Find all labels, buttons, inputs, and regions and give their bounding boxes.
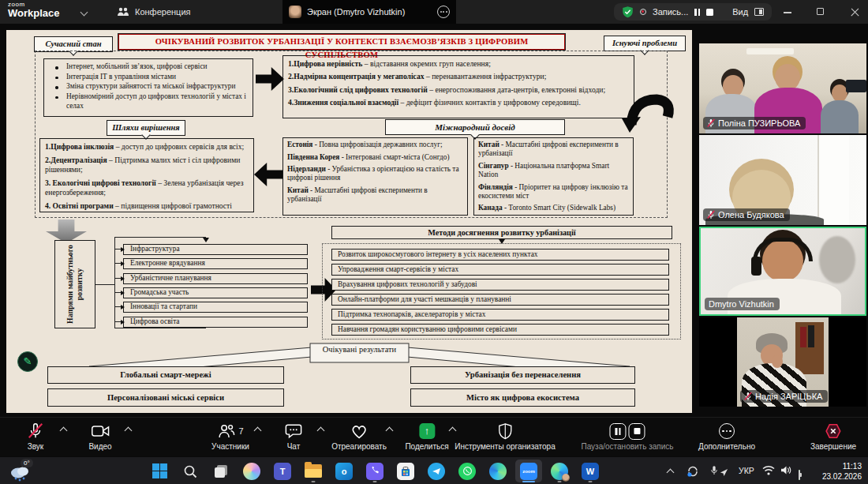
window-titlebar: zoom Workplace Конференция Экран (Dmytro…: [0, 0, 868, 24]
wifi-icon[interactable]: [762, 465, 775, 477]
stop-recording-button[interactable]: [706, 9, 713, 16]
chat-button[interactable]: Чат: [285, 422, 302, 451]
weather-widget[interactable]: 0°: [8, 460, 44, 482]
video-button[interactable]: Видео: [88, 422, 111, 451]
edge-profile-button[interactable]: [546, 460, 573, 482]
ellipsis-icon: [719, 423, 735, 439]
share-icon: ↑: [419, 423, 435, 439]
direction-item: Урбаністичне планування: [123, 273, 308, 284]
window-frame: [817, 135, 849, 225]
zoom-app-button-active[interactable]: zoom: [515, 460, 542, 482]
more-button[interactable]: Дополнительно: [698, 422, 755, 451]
search-button[interactable]: [177, 460, 204, 482]
method-item: Онлайн-платформи для участі мешканців у …: [331, 294, 669, 306]
edge-button[interactable]: [485, 460, 511, 482]
method-item: Навчання громадян користуванню цифровими…: [331, 324, 669, 336]
start-button[interactable]: [146, 460, 173, 482]
participants-options-chevron[interactable]: [254, 427, 262, 435]
video-label: Видео: [88, 442, 111, 451]
mic-in-use-icon[interactable]: [710, 465, 718, 478]
tray-overflow-chevron[interactable]: [667, 469, 675, 477]
react-button[interactable]: Отреагировать: [331, 422, 387, 451]
chevron-down-icon[interactable]: [80, 9, 88, 17]
stop-recording-icon[interactable]: [629, 423, 645, 440]
react-options-chevron[interactable]: [386, 427, 394, 435]
telegram-button[interactable]: [423, 460, 450, 482]
security-shield-icon[interactable]: [622, 6, 634, 18]
tab-options-icon[interactable]: [437, 6, 450, 18]
chat-options-chevron[interactable]: [317, 427, 325, 435]
result-box: Урбанізація без перенаселення: [410, 366, 635, 384]
search-icon: [183, 464, 197, 478]
results-label: Очікувані результати: [310, 345, 409, 354]
minimize-button[interactable]: [784, 12, 791, 13]
mute-button[interactable]: Звук: [27, 422, 44, 451]
speaker-icon[interactable]: [780, 465, 792, 477]
tab-screen-share[interactable]: Экран (Dmytro Vizhutkin): [282, 0, 456, 24]
direction-item: Цифрова освіта: [123, 317, 308, 328]
outlook-icon: o: [335, 463, 353, 480]
avatar: [289, 6, 301, 18]
method-item: Підтримка технопарків, акселераторів у м…: [331, 309, 669, 321]
logo-workplace-text: Workplace: [8, 8, 60, 18]
outlook-button[interactable]: o: [331, 460, 357, 482]
word-button[interactable]: W: [577, 460, 604, 482]
participants-button[interactable]: 7 Участники: [211, 422, 249, 451]
mic-muted-icon: [707, 210, 715, 219]
viber-button[interactable]: [361, 460, 388, 482]
view-label[interactable]: Вид: [732, 7, 748, 17]
participants-icon: [217, 422, 236, 440]
share-label: Поделиться: [405, 442, 448, 451]
person-silhouette: [775, 64, 800, 91]
word-icon: W: [582, 463, 599, 480]
current-state-item: Зміна структури зайнятості та міської ін…: [47, 81, 249, 92]
microsoft-store-button[interactable]: [392, 460, 419, 482]
pause-stop-recording-control[interactable]: Пауза/остановить запись: [581, 422, 673, 451]
language-indicator[interactable]: УКР: [739, 466, 754, 475]
participants-label: Участники: [211, 442, 249, 451]
location-in-use-icon[interactable]: [720, 468, 728, 478]
video-options-chevron[interactable]: [125, 427, 133, 435]
mic-muted-icon: [707, 118, 715, 128]
file-explorer-button[interactable]: [300, 460, 327, 482]
teams-button[interactable]: T: [269, 460, 296, 482]
task-view-button[interactable]: [208, 460, 234, 482]
participant-name-label: Поліна ПУЗИРЬОВА: [703, 117, 806, 129]
current-state-item: Інтеграція ІТ в управління містами: [47, 72, 249, 82]
onedrive-sync-icon[interactable]: [687, 466, 699, 478]
participant-video-polina[interactable]: Поліна ПУЗИРЬОВА: [699, 43, 866, 133]
country-item: Нідерланди - Урбаністика з орієнтацією н…: [287, 165, 463, 182]
teams-icon: T: [274, 463, 291, 480]
copilot-icon: [243, 463, 260, 480]
participant-video-dmytro-active-speaker[interactable]: Dmytro Vizhutkin: [699, 227, 866, 316]
solution-item: 3. Екологічні цифрові технології – Зелен…: [45, 178, 249, 197]
record-control-label: Пауза/остановить запись: [581, 442, 673, 451]
participant-video-olena[interactable]: Олена Будякова: [699, 135, 866, 225]
current-state-item: Нерівномірний доступ до цифрових техноло…: [47, 92, 249, 111]
participant-video-nadiia[interactable]: Надія ЗАРІЦЬКА: [699, 317, 866, 407]
shared-screen-slide: ОЧІКУВАНИЙ РОЗВИТОК УРБАНІЗАЦІЇ У КОНТЕК…: [6, 30, 692, 413]
pause-recording-icon[interactable]: [610, 423, 627, 440]
edge-icon: [489, 463, 507, 480]
whatsapp-button[interactable]: [454, 460, 481, 482]
ceiling-light: [746, 48, 794, 54]
annotation-pencil-button[interactable]: ✎: [17, 351, 38, 372]
participants-count: 7: [238, 426, 243, 436]
view-layout-icon[interactable]: [754, 8, 764, 16]
weather-temp: 0°: [21, 459, 33, 467]
tab-conference[interactable]: Конференция: [117, 0, 190, 24]
host-tools-button[interactable]: Инструменты организатора: [455, 422, 555, 451]
task-view-icon: [214, 464, 228, 478]
share-screen-button[interactable]: ↑ Поделиться: [405, 422, 448, 451]
battery-charging-icon[interactable]: [799, 470, 800, 480]
book: [800, 327, 806, 347]
end-meeting-label: Завершение: [810, 442, 856, 451]
international-left-box: Естонія - Повна цифровізація державних п…: [282, 137, 468, 216]
audio-options-chevron[interactable]: [60, 427, 68, 435]
copilot-button[interactable]: [238, 460, 265, 482]
country-item: Канада - Toronto Smart City (Sidewalk La…: [478, 204, 629, 212]
maximize-button[interactable]: [817, 8, 824, 15]
end-meeting-button[interactable]: Завершение: [810, 422, 856, 451]
pause-recording-button[interactable]: [694, 9, 700, 16]
clock[interactable]: 11:13 23.02.2026: [822, 461, 862, 482]
